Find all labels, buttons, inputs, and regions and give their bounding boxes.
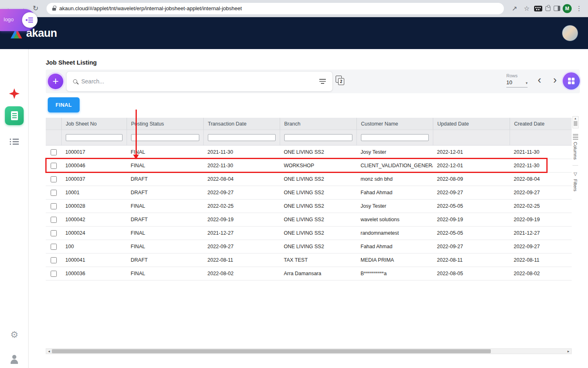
main-content: Job Sheet Listing + 2 Rows 10 ▾ ‹ › [29,49,588,368]
grid-view-button[interactable] [563,72,580,90]
cell-posting-status: FINAL [127,244,203,249]
search-input[interactable] [81,78,315,85]
address-bar[interactable]: akaun.cloud/#/applet/tnt/wavelet/erp/int… [47,3,504,14]
scroll-up-icon[interactable]: ▴ [575,117,576,121]
horizontal-scroll-track[interactable] [52,349,566,354]
filter-input-job-sheet-no[interactable] [66,134,122,141]
person-icon [10,355,19,364]
row-checkbox-cell [46,230,61,236]
sidebar-item-listing[interactable] [0,138,29,145]
sidebar-item-red-app[interactable] [0,88,29,99]
filter-input-branch[interactable] [284,134,352,141]
cell-customer-name: Josy Tester [356,203,433,209]
cell-created-date: 2022-11-30 [510,163,572,168]
row-checkbox[interactable] [51,217,57,223]
share-icon[interactable]: ↗ [510,4,519,12]
row-checkbox[interactable] [51,149,57,155]
toolbar: + 2 Rows 10 ▾ ‹ › [46,70,580,93]
keyboard-extension-icon[interactable] [534,6,542,11]
row-checkbox[interactable] [51,230,57,236]
scroll-right-icon[interactable]: ▸ [566,349,571,353]
previous-page-button[interactable]: ‹ [534,74,545,86]
row-checkbox[interactable] [51,190,57,196]
filter-input-customer-name[interactable] [361,134,429,141]
filter-cell [280,130,356,145]
final-status-chip[interactable]: FINAL [48,97,80,112]
cell-updated-date: 2022-08-09 [433,176,510,182]
cell-job-sheet-no: 1000041 [61,257,127,263]
cell-job-sheet-no: 1000028 [61,203,127,209]
rows-per-page-select[interactable]: 10 ▾ [506,79,528,88]
sidebar-item-settings[interactable]: ⚙ [0,330,29,339]
column-header-updated-date[interactable]: Updated Date [433,118,510,130]
sidebar: ⚙ [0,49,29,368]
table-row[interactable]: 1000037 DRAFT 2022-08-04 ONE LIVING SS2 … [46,173,572,186]
row-checkbox[interactable] [51,257,57,263]
cell-customer-name: Fahad Ahmad [356,244,433,249]
filter-list-icon[interactable] [319,79,326,84]
column-header-job-sheet-no[interactable]: Job Sheet No [61,118,127,130]
filter-cell [433,130,510,145]
cell-created-date: 2022-09-27 [510,190,572,195]
filter-input-posting-status[interactable] [131,134,199,141]
page-title: Job Sheet Listing [46,59,97,66]
cell-customer-name: monz sdn bhd [356,176,433,182]
search-bar[interactable] [66,71,333,92]
table-row[interactable]: 1000017 FINAL 2021-11-30 ONE LIVING SS2 … [46,146,572,159]
table-row[interactable]: 1000024 FINAL 2021-12-27 ONE LIVING SS2 … [46,227,572,240]
column-header-posting-status[interactable]: Posting Status [127,118,203,130]
column-header-created-date[interactable]: Created Date [510,118,572,130]
horizontal-scrollbar[interactable]: ◂ ▸ [46,348,572,354]
add-jobsheet-button[interactable]: + [48,74,63,89]
filters-panel-tab[interactable]: ▽ Filters [573,170,578,193]
cell-customer-name: Fahad Ahmad [356,190,433,195]
filter-cell [127,130,203,145]
browser-menu-icon[interactable]: ⋮ [574,4,584,12]
extensions-icon[interactable] [545,5,551,12]
red-app-icon [9,88,20,99]
column-header-customer-name[interactable]: Customer Name [356,118,433,130]
url-text[interactable]: akaun.cloud/#/applet/tnt/wavelet/erp/int… [59,5,242,11]
duplicate-pages-icon[interactable]: 2 [336,76,345,86]
filter-input-transaction-date[interactable] [208,134,276,141]
row-checkbox[interactable] [51,271,57,277]
bookmark-star-icon[interactable]: ☆ [522,4,532,12]
table-row[interactable]: 10001 DRAFT 2022-09-27 ONE LIVING SS2 Fa… [46,186,572,200]
columns-panel-tab[interactable]: Columns [573,132,578,161]
cell-created-date: 2021-12-27 [510,230,572,236]
vertical-scroll-thumb[interactable] [574,121,577,126]
scroll-left-icon[interactable]: ◂ [46,349,52,353]
next-page-button[interactable]: › [550,74,560,86]
menu-open-icon [27,18,33,22]
sidebar-item-account[interactable] [0,355,29,364]
column-header-branch[interactable]: Branch [280,118,356,130]
table-row[interactable]: 1000028 FINAL 2022-02-25 ONE LIVING SS2 … [46,200,572,213]
user-avatar[interactable] [562,25,578,41]
collapse-menu-button[interactable] [22,12,38,28]
table-row[interactable]: 1000036 FINAL 2022-08-02 Arra Damansara … [46,267,572,280]
browser-profile-avatar[interactable]: M [563,4,572,13]
app-header: akaun [0,17,588,49]
table-row[interactable]: 1000042 DRAFT 2022-09-19 ONE LIVING SS2 … [46,213,572,227]
row-checkbox[interactable] [51,244,57,250]
row-checkbox[interactable] [51,203,57,209]
cell-customer-name: randomnametest [356,230,433,236]
select-all-header-cell [46,118,61,130]
cell-transaction-date: 2022-11-30 [203,163,280,168]
cell-job-sheet-no: 1000036 [61,271,127,276]
table-row[interactable]: 1000046 FINAL 2022-11-30 WORKSHOP CLIENT… [46,159,572,173]
table-row[interactable]: 1000041 DRAFT 2022-08-11 TAX TEST MEDIA … [46,254,572,267]
cell-created-date: 2022-08-02 [510,271,572,276]
cell-branch: ONE LIVING SS2 [280,217,356,222]
sidebar-item-jobsheet-applet[interactable] [0,106,29,125]
column-header-transaction-date[interactable]: Transaction Date [203,118,280,130]
cell-branch: ONE LIVING SS2 [280,149,356,155]
table-vertical-scrollbar[interactable]: ▴ [572,116,579,128]
table-row[interactable]: 100 FINAL 2022-09-27 ONE LIVING SS2 Faha… [46,240,572,254]
row-checkbox[interactable] [51,163,57,169]
side-panel-icon[interactable] [554,6,560,11]
horizontal-scroll-thumb[interactable] [52,349,491,353]
row-checkbox[interactable] [51,176,57,182]
cell-customer-name: wavelet solutions [356,217,433,222]
cell-created-date: 2021-11-30 [510,149,572,155]
